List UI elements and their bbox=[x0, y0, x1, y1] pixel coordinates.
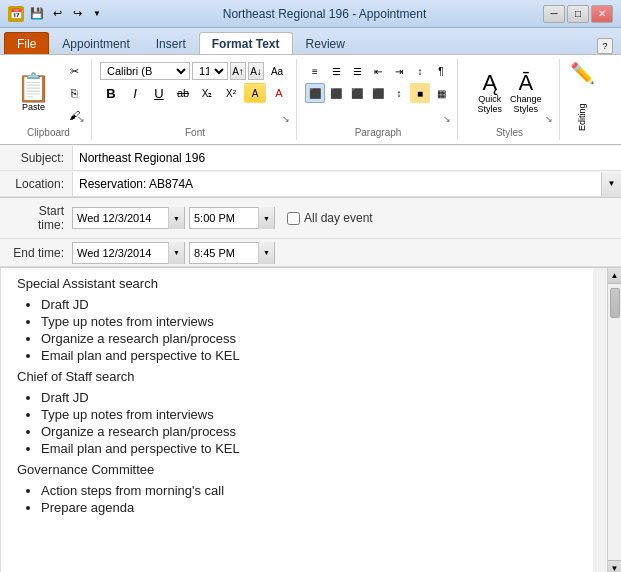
align-right-button[interactable]: ⬛ bbox=[347, 83, 367, 103]
shading-button[interactable]: ■ bbox=[410, 83, 430, 103]
end-time-field: ▼ bbox=[189, 242, 275, 264]
location-row: Location: ▼ bbox=[0, 171, 621, 197]
end-time-label: End time: bbox=[0, 242, 72, 264]
quick-styles-button[interactable]: Ą QuickStyles bbox=[475, 70, 504, 116]
font-size-select[interactable]: 11 bbox=[192, 62, 228, 80]
start-time-label: Start time: bbox=[0, 200, 72, 236]
minimize-btn[interactable]: ─ bbox=[543, 5, 565, 23]
tab-insert[interactable]: Insert bbox=[143, 32, 199, 54]
window-title: Northeast Regional 196 - Appointment bbox=[223, 7, 426, 21]
clear-formatting-btn[interactable]: Aa bbox=[266, 61, 288, 81]
sort-button[interactable]: ↕ bbox=[410, 61, 430, 81]
subscript-button[interactable]: X₂ bbox=[196, 83, 218, 103]
align-left-button[interactable]: ⬛ bbox=[305, 83, 325, 103]
superscript-button[interactable]: X² bbox=[220, 83, 242, 103]
editing-label-ribbon: Editing bbox=[577, 87, 587, 147]
font-name-select[interactable]: Calibri (B bbox=[100, 62, 190, 80]
allday-check: All day event bbox=[287, 211, 373, 225]
multilevel-list-button[interactable]: ☰ bbox=[347, 61, 367, 81]
styles-label: Styles bbox=[496, 125, 523, 138]
section-3-list: Action steps from morning's call Prepare… bbox=[41, 483, 577, 515]
start-time-arrow[interactable]: ▼ bbox=[258, 207, 274, 229]
tab-file[interactable]: File bbox=[4, 32, 49, 54]
underline-button[interactable]: U bbox=[148, 83, 170, 103]
scroll-track[interactable] bbox=[608, 284, 622, 560]
cut-button[interactable]: ✂ bbox=[63, 61, 85, 81]
change-styles-label: ChangeStyles bbox=[510, 94, 542, 114]
borders-button[interactable]: ▦ bbox=[431, 83, 451, 103]
font-group: Calibri (B 11 A↑ A↓ Aa B I U ab X₂ X² bbox=[94, 59, 297, 140]
list-item: Organize a research plan/process bbox=[41, 331, 577, 346]
start-time-input[interactable] bbox=[190, 210, 258, 226]
italic-button[interactable]: I bbox=[124, 83, 146, 103]
quick-undo-btn[interactable]: ↩ bbox=[48, 5, 66, 23]
tab-format-text[interactable]: Format Text bbox=[199, 32, 293, 54]
maximize-btn[interactable]: □ bbox=[567, 5, 589, 23]
close-btn[interactable]: ✕ bbox=[591, 5, 613, 23]
bullets-button[interactable]: ≡ bbox=[305, 61, 325, 81]
section-heading-3: Governance Committee bbox=[17, 462, 577, 477]
font-format-row: B I U ab X₂ X² A A bbox=[100, 83, 290, 103]
align-center-button[interactable]: ⬛ bbox=[326, 83, 346, 103]
end-date-input[interactable] bbox=[73, 245, 168, 261]
change-styles-button[interactable]: Ā ChangeStyles bbox=[508, 70, 544, 116]
tab-appointment[interactable]: Appointment bbox=[49, 32, 142, 54]
scroll-bottom-btn[interactable]: ▼ bbox=[608, 560, 622, 572]
paste-button[interactable]: 📋 Paste bbox=[12, 70, 55, 116]
quick-styles-label: QuickStyles bbox=[477, 94, 502, 114]
section-heading-1: Special Assistant search bbox=[17, 276, 577, 291]
clipboard-label: Clipboard bbox=[27, 125, 70, 138]
end-time-arrow[interactable]: ▼ bbox=[258, 242, 274, 264]
end-date-arrow[interactable]: ▼ bbox=[168, 242, 184, 264]
strikethrough-button[interactable]: ab bbox=[172, 83, 194, 103]
quick-redo-btn[interactable]: ↪ bbox=[68, 5, 86, 23]
paragraph-group: ≡ ☰ ☰ ⇤ ⇥ ↕ ¶ ⬛ ⬛ ⬛ ⬛ ↕ ■ ▦ Pa bbox=[299, 59, 458, 140]
list-item: Prepare agenda bbox=[41, 500, 577, 515]
ribbon-tab-bar: File Appointment Insert Format Text Revi… bbox=[0, 28, 621, 54]
end-time-input[interactable] bbox=[190, 245, 258, 261]
styles-group-indicator[interactable]: ↘ bbox=[545, 114, 557, 126]
quick-save-btn[interactable]: 💾 bbox=[28, 5, 46, 23]
section-heading-2: Chief of Staff search bbox=[17, 369, 577, 384]
ribbon-help-btn[interactable]: ? bbox=[597, 38, 613, 54]
quick-customize-btn[interactable]: ▼ bbox=[88, 5, 106, 23]
font-color-button[interactable]: A bbox=[268, 83, 290, 103]
tab-review[interactable]: Review bbox=[293, 32, 358, 54]
list-item: Draft JD bbox=[41, 390, 577, 405]
increase-indent-button[interactable]: ⇥ bbox=[389, 61, 409, 81]
scroll-thumb[interactable] bbox=[610, 288, 620, 318]
subject-input[interactable] bbox=[72, 146, 621, 170]
vertical-scrollbar[interactable]: ▲ ▼ bbox=[607, 268, 621, 572]
decrease-indent-button[interactable]: ⇤ bbox=[368, 61, 388, 81]
window-controls[interactable]: ─ □ ✕ bbox=[543, 5, 613, 23]
ribbon: File Appointment Insert Format Text Revi… bbox=[0, 28, 621, 145]
paragraph-group-indicator[interactable]: ↘ bbox=[443, 114, 455, 126]
line-spacing-button[interactable]: ↕ bbox=[389, 83, 409, 103]
font-size-shrink-btn[interactable]: A↓ bbox=[248, 62, 264, 80]
paragraph-label: Paragraph bbox=[355, 125, 402, 138]
content-wrapper: Special Assistant search Draft JD Type u… bbox=[0, 268, 621, 572]
justify-button[interactable]: ⬛ bbox=[368, 83, 388, 103]
location-dropdown-arrow[interactable]: ▼ bbox=[601, 172, 621, 196]
end-time-row: End time: ▼ ▼ bbox=[0, 239, 621, 267]
start-date-arrow[interactable]: ▼ bbox=[168, 207, 184, 229]
text-highlight-button[interactable]: A bbox=[244, 83, 266, 103]
bold-button[interactable]: B bbox=[100, 83, 122, 103]
numbering-button[interactable]: ☰ bbox=[326, 61, 346, 81]
clipboard-group-indicator[interactable]: ↘ bbox=[77, 114, 89, 126]
datetime-area: Start time: ▼ ▼ All day event End time: … bbox=[0, 198, 621, 268]
location-label: Location: bbox=[0, 173, 72, 195]
start-time-row: Start time: ▼ ▼ All day event bbox=[0, 198, 621, 239]
scroll-top-btn[interactable]: ▲ bbox=[608, 268, 622, 284]
show-formatting-button[interactable]: ¶ bbox=[431, 61, 451, 81]
font-size-grow-btn[interactable]: A↑ bbox=[230, 62, 246, 80]
paste-label: Paste bbox=[22, 102, 45, 112]
location-input[interactable] bbox=[73, 172, 601, 196]
change-styles-icon: Ā bbox=[518, 72, 533, 94]
copy-button[interactable]: ⎘ bbox=[63, 83, 85, 103]
start-date-input[interactable] bbox=[73, 210, 168, 226]
font-group-indicator[interactable]: ↘ bbox=[282, 114, 294, 126]
section-2-list: Draft JD Type up notes from interviews O… bbox=[41, 390, 577, 456]
allday-checkbox[interactable] bbox=[287, 212, 300, 225]
content-area[interactable]: Special Assistant search Draft JD Type u… bbox=[0, 268, 593, 572]
